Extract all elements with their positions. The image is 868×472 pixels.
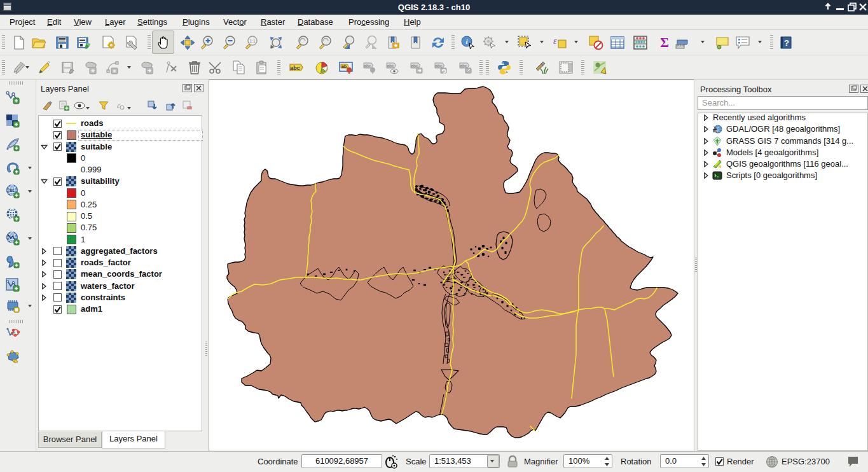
svg-text:Σ: Σ — [660, 35, 669, 50]
svg-text:abc: abc — [387, 64, 394, 68]
svg-text:abc: abc — [460, 64, 467, 68]
svg-text:GDAL: GDAL — [712, 130, 718, 132]
svg-text:ab: ab — [341, 64, 347, 69]
svg-text:abc: abc — [364, 64, 371, 68]
svg-text:ε: ε — [117, 101, 120, 110]
svg-text:?: ? — [784, 38, 789, 48]
svg-text:abc: abc — [290, 65, 300, 71]
svg-text:1:1: 1:1 — [249, 39, 255, 43]
svg-text:ε: ε — [553, 36, 557, 46]
svg-text:SL: SL — [10, 188, 16, 193]
svg-text:abc: abc — [435, 64, 443, 68]
svg-text:abc: abc — [411, 64, 418, 68]
